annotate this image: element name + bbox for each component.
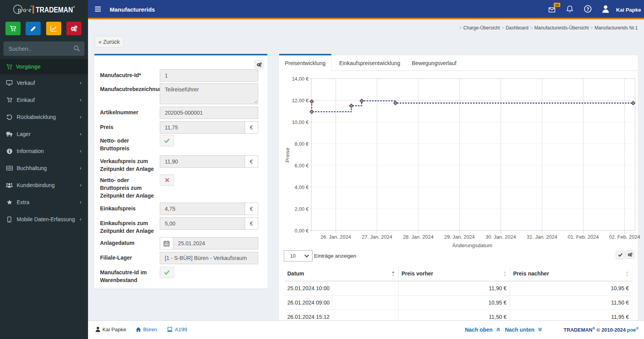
svg-text:?: ?: [586, 7, 589, 12]
svg-text:2,00 €: 2,00 €: [295, 206, 309, 212]
svg-text:12,00 €: 12,00 €: [292, 98, 309, 103]
svg-text:Änderungsdatum: Änderungsdatum: [452, 243, 492, 248]
svg-text:10,00 €: 10,00 €: [292, 119, 309, 125]
svg-text:28. Jan. 2024: 28. Jan. 2024: [403, 234, 433, 240]
svg-text:8,00 €: 8,00 €: [295, 141, 309, 147]
svg-text:6,00 €: 6,00 €: [295, 163, 309, 169]
svg-text:31. Jan. 2024: 31. Jan. 2024: [527, 234, 558, 240]
svg-text:01. Feb. 2024: 01. Feb. 2024: [568, 234, 599, 240]
svg-text:29. Jan. 2024: 29. Jan. 2024: [444, 234, 475, 240]
svg-text:26. Jan. 2024: 26. Jan. 2024: [321, 234, 351, 240]
svg-text:4,00 €: 4,00 €: [295, 184, 309, 190]
svg-text:0,00 €: 0,00 €: [295, 228, 309, 234]
svg-text:02. Feb. 2024: 02. Feb. 2024: [609, 234, 640, 240]
svg-text:14,00 €: 14,00 €: [292, 76, 309, 82]
svg-text:TRADEMAN: TRADEMAN: [36, 5, 73, 14]
svg-text:27. Jan. 2024: 27. Jan. 2024: [362, 234, 392, 240]
svg-text:30. Jan. 2024: 30. Jan. 2024: [485, 234, 516, 240]
svg-text:p·o·e: p·o·e: [18, 6, 31, 14]
svg-text:Preise: Preise: [285, 148, 290, 162]
